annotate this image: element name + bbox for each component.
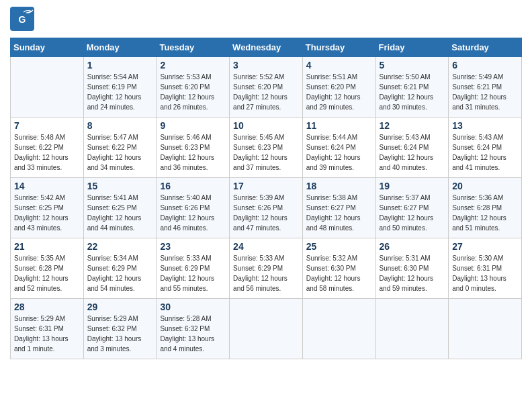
day-info: Sunrise: 5:41 AM Sunset: 6:25 PM Dayligh… xyxy=(87,193,153,233)
day-info: Sunrise: 5:44 AM Sunset: 6:24 PM Dayligh… xyxy=(306,132,372,173)
week-row-1: 1Sunrise: 5:54 AM Sunset: 6:19 PM Daylig… xyxy=(11,57,522,118)
header-tuesday: Tuesday xyxy=(157,38,230,57)
calendar-cell xyxy=(375,299,449,359)
calendar-cell: 13Sunrise: 5:43 AM Sunset: 6:24 PM Dayli… xyxy=(449,118,522,178)
header-monday: Monday xyxy=(83,38,157,57)
header-sunday: Sunday xyxy=(11,38,84,57)
day-info: Sunrise: 5:48 AM Sunset: 6:22 PM Dayligh… xyxy=(14,132,80,173)
day-number: 21 xyxy=(14,241,80,252)
day-info: Sunrise: 5:43 AM Sunset: 6:24 PM Dayligh… xyxy=(380,132,445,173)
calendar-table: SundayMondayTuesdayWednesdayThursdayFrid… xyxy=(10,38,522,359)
calendar-cell: 22Sunrise: 5:34 AM Sunset: 6:29 PM Dayli… xyxy=(83,238,157,299)
calendar-cell: 18Sunrise: 5:38 AM Sunset: 6:27 PM Dayli… xyxy=(302,178,375,238)
day-info: Sunrise: 5:28 AM Sunset: 6:32 PM Dayligh… xyxy=(160,314,226,354)
day-info: Sunrise: 5:30 AM Sunset: 6:31 PM Dayligh… xyxy=(452,253,518,293)
day-number: 28 xyxy=(14,302,80,312)
calendar-cell: 26Sunrise: 5:31 AM Sunset: 6:30 PM Dayli… xyxy=(375,238,449,299)
day-number: 29 xyxy=(87,302,153,312)
week-row-4: 21Sunrise: 5:35 AM Sunset: 6:28 PM Dayli… xyxy=(11,238,522,299)
day-info: Sunrise: 5:38 AM Sunset: 6:27 PM Dayligh… xyxy=(306,193,372,233)
calendar-cell xyxy=(449,299,522,359)
calendar-cell: 11Sunrise: 5:44 AM Sunset: 6:24 PM Dayli… xyxy=(302,118,375,178)
day-info: Sunrise: 5:51 AM Sunset: 6:20 PM Dayligh… xyxy=(306,72,372,112)
calendar-cell: 3Sunrise: 5:52 AM Sunset: 6:20 PM Daylig… xyxy=(230,57,303,118)
day-number: 14 xyxy=(14,181,80,191)
day-info: Sunrise: 5:33 AM Sunset: 6:29 PM Dayligh… xyxy=(233,253,299,293)
calendar-cell: 2Sunrise: 5:53 AM Sunset: 6:20 PM Daylig… xyxy=(157,57,230,118)
calendar-cell: 8Sunrise: 5:47 AM Sunset: 6:22 PM Daylig… xyxy=(83,118,157,178)
day-info: Sunrise: 5:39 AM Sunset: 6:26 PM Dayligh… xyxy=(233,193,299,233)
calendar-header-row: SundayMondayTuesdayWednesdayThursdayFrid… xyxy=(11,38,522,57)
day-number: 18 xyxy=(306,181,372,191)
day-number: 5 xyxy=(380,60,445,71)
day-info: Sunrise: 5:54 AM Sunset: 6:19 PM Dayligh… xyxy=(87,72,153,112)
day-info: Sunrise: 5:45 AM Sunset: 6:23 PM Dayligh… xyxy=(233,132,299,173)
calendar-cell: 29Sunrise: 5:29 AM Sunset: 6:32 PM Dayli… xyxy=(83,299,157,359)
day-info: Sunrise: 5:42 AM Sunset: 6:25 PM Dayligh… xyxy=(14,193,80,233)
day-info: Sunrise: 5:43 AM Sunset: 6:24 PM Dayligh… xyxy=(452,132,518,173)
week-row-5: 28Sunrise: 5:29 AM Sunset: 6:31 PM Dayli… xyxy=(11,299,522,359)
page-header: G xyxy=(10,7,522,31)
day-number: 20 xyxy=(452,181,518,191)
calendar-cell: 15Sunrise: 5:41 AM Sunset: 6:25 PM Dayli… xyxy=(83,178,157,238)
calendar-cell: 6Sunrise: 5:49 AM Sunset: 6:21 PM Daylig… xyxy=(449,57,522,118)
day-number: 16 xyxy=(160,181,226,191)
day-number: 3 xyxy=(233,60,299,71)
day-number: 2 xyxy=(160,60,226,71)
calendar-cell: 24Sunrise: 5:33 AM Sunset: 6:29 PM Dayli… xyxy=(230,238,303,299)
day-info: Sunrise: 5:47 AM Sunset: 6:22 PM Dayligh… xyxy=(87,132,153,173)
calendar-cell: 28Sunrise: 5:29 AM Sunset: 6:31 PM Dayli… xyxy=(11,299,84,359)
calendar-cell: 16Sunrise: 5:40 AM Sunset: 6:26 PM Dayli… xyxy=(157,178,230,238)
day-number: 24 xyxy=(233,241,299,252)
day-info: Sunrise: 5:33 AM Sunset: 6:29 PM Dayligh… xyxy=(160,253,226,293)
calendar-cell: 4Sunrise: 5:51 AM Sunset: 6:20 PM Daylig… xyxy=(302,57,375,118)
logo: G xyxy=(10,7,37,31)
day-info: Sunrise: 5:37 AM Sunset: 6:27 PM Dayligh… xyxy=(380,193,445,233)
day-number: 22 xyxy=(87,241,153,252)
day-info: Sunrise: 5:50 AM Sunset: 6:21 PM Dayligh… xyxy=(380,72,445,112)
calendar-cell: 19Sunrise: 5:37 AM Sunset: 6:27 PM Dayli… xyxy=(375,178,449,238)
week-row-2: 7Sunrise: 5:48 AM Sunset: 6:22 PM Daylig… xyxy=(11,118,522,178)
day-info: Sunrise: 5:32 AM Sunset: 6:30 PM Dayligh… xyxy=(306,253,372,293)
day-info: Sunrise: 5:34 AM Sunset: 6:29 PM Dayligh… xyxy=(87,253,153,293)
calendar-cell: 25Sunrise: 5:32 AM Sunset: 6:30 PM Dayli… xyxy=(302,238,375,299)
day-info: Sunrise: 5:53 AM Sunset: 6:20 PM Dayligh… xyxy=(160,72,226,112)
day-number: 6 xyxy=(452,60,518,71)
day-number: 4 xyxy=(306,60,372,71)
day-info: Sunrise: 5:52 AM Sunset: 6:20 PM Dayligh… xyxy=(233,72,299,112)
calendar-cell: 30Sunrise: 5:28 AM Sunset: 6:32 PM Dayli… xyxy=(157,299,230,359)
calendar-cell: 20Sunrise: 5:36 AM Sunset: 6:28 PM Dayli… xyxy=(449,178,522,238)
header-wednesday: Wednesday xyxy=(230,38,303,57)
header-thursday: Thursday xyxy=(302,38,375,57)
calendar-cell: 1Sunrise: 5:54 AM Sunset: 6:19 PM Daylig… xyxy=(83,57,157,118)
calendar-cell: 5Sunrise: 5:50 AM Sunset: 6:21 PM Daylig… xyxy=(375,57,449,118)
calendar-cell: 10Sunrise: 5:45 AM Sunset: 6:23 PM Dayli… xyxy=(230,118,303,178)
calendar-cell: 7Sunrise: 5:48 AM Sunset: 6:22 PM Daylig… xyxy=(11,118,84,178)
day-number: 25 xyxy=(306,241,372,252)
calendar-cell: 27Sunrise: 5:30 AM Sunset: 6:31 PM Dayli… xyxy=(449,238,522,299)
day-number: 12 xyxy=(380,120,445,131)
day-number: 8 xyxy=(87,120,153,131)
calendar-cell xyxy=(230,299,303,359)
calendar-cell: 23Sunrise: 5:33 AM Sunset: 6:29 PM Dayli… xyxy=(157,238,230,299)
header-friday: Friday xyxy=(375,38,449,57)
day-number: 19 xyxy=(380,181,445,191)
day-info: Sunrise: 5:29 AM Sunset: 6:32 PM Dayligh… xyxy=(87,314,153,354)
day-info: Sunrise: 5:49 AM Sunset: 6:21 PM Dayligh… xyxy=(452,72,518,112)
day-number: 7 xyxy=(14,120,80,131)
calendar-cell xyxy=(11,57,84,118)
day-number: 1 xyxy=(87,60,153,71)
day-number: 26 xyxy=(380,241,445,252)
day-number: 27 xyxy=(452,241,518,252)
day-number: 15 xyxy=(87,181,153,191)
day-number: 17 xyxy=(233,181,299,191)
week-row-3: 14Sunrise: 5:42 AM Sunset: 6:25 PM Dayli… xyxy=(11,178,522,238)
day-info: Sunrise: 5:31 AM Sunset: 6:30 PM Dayligh… xyxy=(380,253,445,293)
day-number: 10 xyxy=(233,120,299,131)
svg-text:G: G xyxy=(19,14,26,25)
header-saturday: Saturday xyxy=(449,38,522,57)
day-info: Sunrise: 5:29 AM Sunset: 6:31 PM Dayligh… xyxy=(14,314,80,354)
calendar-cell: 17Sunrise: 5:39 AM Sunset: 6:26 PM Dayli… xyxy=(230,178,303,238)
calendar-cell: 14Sunrise: 5:42 AM Sunset: 6:25 PM Dayli… xyxy=(11,178,84,238)
calendar-cell xyxy=(302,299,375,359)
